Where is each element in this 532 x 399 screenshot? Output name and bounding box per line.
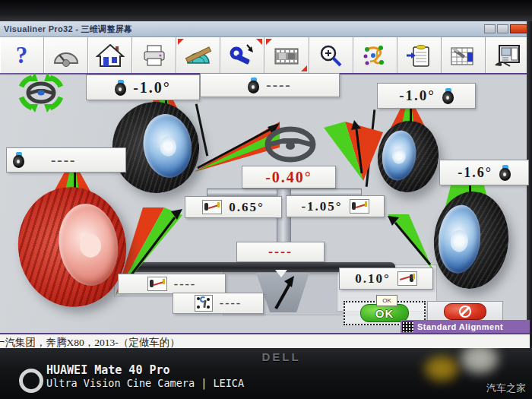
- wheel-icon: [499, 165, 511, 181]
- barcode-icon: [402, 321, 413, 332]
- caster-adjust-icon: [147, 277, 167, 291]
- magnifier-icon: [316, 43, 345, 68]
- caster-adjust-icon: [350, 199, 369, 214]
- front-left-camber-box: -1.0°: [86, 74, 200, 100]
- steering-wheel-icon: [264, 126, 317, 164]
- minimize-button-icon[interactable]: [484, 24, 496, 33]
- toolbar: ?: [0, 37, 530, 74]
- left-caster-box: 0.65°: [185, 196, 282, 218]
- right-caster-box: -1.05°: [286, 195, 385, 217]
- wheel-rear-left: [11, 180, 135, 314]
- watermark-camera-label: Ultra Vision Cine Camera | LEICA: [46, 377, 244, 390]
- print-screen-button[interactable]: [486, 37, 530, 73]
- wheel-rear-right: [430, 188, 513, 292]
- adjust-button[interactable]: [220, 37, 264, 73]
- wheel-front-right: [374, 117, 443, 195]
- thrust-angle-box: 0.10°: [339, 268, 433, 290]
- spec-table-button[interactable]: [442, 37, 486, 73]
- rear-toe-value: ----: [268, 244, 293, 260]
- steer-ahead-value: -0.40°: [265, 169, 312, 186]
- vehicle-status-bar: 一汽集团，奔腾X80，2013-（定做车的）: [0, 333, 530, 348]
- corner-flag-icon: [301, 65, 307, 71]
- front-right-camber-box: -1.0°: [377, 83, 476, 109]
- window-title: Visualiner Pro32 - 三维调整屏幕: [0, 24, 132, 35]
- wheel-icon: [248, 78, 259, 93]
- hand-adjust-icon: [397, 271, 417, 286]
- home-button[interactable]: [88, 37, 132, 73]
- filmstrip-icon: [272, 43, 301, 68]
- print-button[interactable]: [132, 37, 176, 73]
- measure-button[interactable]: [176, 37, 220, 73]
- cancel-button[interactable]: [444, 303, 486, 320]
- desk-object-white: [461, 344, 499, 374]
- corner-flag-icon: [266, 39, 272, 45]
- corner-flag-icon: [256, 39, 262, 45]
- ok-tooltip-label: OK: [382, 297, 391, 304]
- table-icon: [448, 43, 477, 68]
- front-toe-box: ----: [200, 73, 340, 97]
- front-toe-value: ----: [266, 77, 291, 93]
- screen-print-icon: [492, 43, 521, 68]
- wrench-icon: [228, 43, 257, 68]
- thrust-arrow-icon: [256, 273, 309, 312]
- alignment-app-window: Visualiner Pro32 - 三维调整屏幕 ?: [0, 21, 530, 348]
- setback-icon: [195, 295, 213, 312]
- ok-tooltip: OK: [376, 295, 397, 306]
- ok-button-label: OK: [375, 307, 394, 320]
- photo-watermark: HUAWEI Mate 40 Pro Ultra Vision Cine Cam…: [46, 364, 244, 390]
- wheel-icon: [442, 88, 454, 104]
- cancel-button-panel: [427, 301, 503, 322]
- wheel-icon: [13, 152, 24, 168]
- maximize-button-icon[interactable]: [497, 24, 508, 33]
- caster-adjust-icon: [202, 200, 222, 214]
- title-bar: Visualiner Pro32 - 三维调整屏幕: [0, 21, 530, 37]
- camera-ring-icon: [19, 369, 43, 393]
- home-icon: [96, 43, 125, 68]
- rear-left-toe-box: ----: [118, 274, 226, 294]
- rear-right-camber-value: -1.6°: [458, 165, 492, 181]
- front-left-camber-value: -1.0°: [133, 79, 171, 97]
- question-icon: ?: [16, 43, 28, 67]
- rear-left-toe-value: ----: [174, 277, 196, 291]
- meter-button[interactable]: [44, 37, 88, 73]
- zoom-button[interactable]: [309, 37, 353, 73]
- site-watermark: 汽车之家: [486, 382, 526, 395]
- setback-box: ----: [173, 293, 264, 314]
- monitor-top-bezel: [0, 0, 532, 22]
- clipboard-icon: [404, 43, 433, 68]
- desk-object-yellow: [424, 356, 459, 382]
- alignment-mode-badge: Standard Alignment: [401, 320, 530, 333]
- rear-left-camber-box: ----: [6, 147, 126, 173]
- video-button[interactable]: [264, 37, 309, 73]
- close-button-icon[interactable]: [510, 24, 527, 33]
- left-caster-value: 0.65°: [229, 200, 264, 215]
- thrust-angle-value: 0.10°: [355, 271, 391, 287]
- right-caster-value: -1.05°: [301, 199, 342, 214]
- rear-right-camber-box: -1.6°: [439, 160, 529, 185]
- photo-of-monitor: Visualiner Pro32 - 三维调整屏幕 ?: [0, 0, 532, 399]
- rear-toe-box: ----: [236, 242, 325, 262]
- watermark-device-label: HUAWEI Mate 40 Pro: [46, 364, 244, 377]
- steer-ahead-box: -0.40°: [242, 166, 336, 188]
- protractor-icon: [184, 43, 213, 68]
- monitor-brand-logo: DELL: [258, 350, 304, 366]
- alignment-mode-label: Standard Alignment: [417, 322, 503, 331]
- rear-left-camber-value: ----: [51, 152, 76, 169]
- toe-wedge-rear-right: [386, 214, 438, 271]
- prohibition-icon: [459, 306, 471, 318]
- vehicle-spec-label: 一汽集团，奔腾X80，2013-（定做车的）: [0, 334, 530, 348]
- wheel-icon: [115, 80, 126, 96]
- help-button[interactable]: ?: [0, 37, 44, 73]
- sensors-button[interactable]: [353, 37, 397, 73]
- gauge-icon: [52, 43, 81, 68]
- sensor-network-icon: [360, 43, 389, 68]
- steering-level-indicator-icon: [9, 71, 73, 114]
- front-right-camber-value: -1.0°: [399, 87, 435, 104]
- setback-value: ----: [220, 296, 242, 310]
- corner-flag-icon: [178, 39, 184, 45]
- printer-icon: [140, 43, 169, 68]
- report-button[interactable]: [397, 37, 442, 73]
